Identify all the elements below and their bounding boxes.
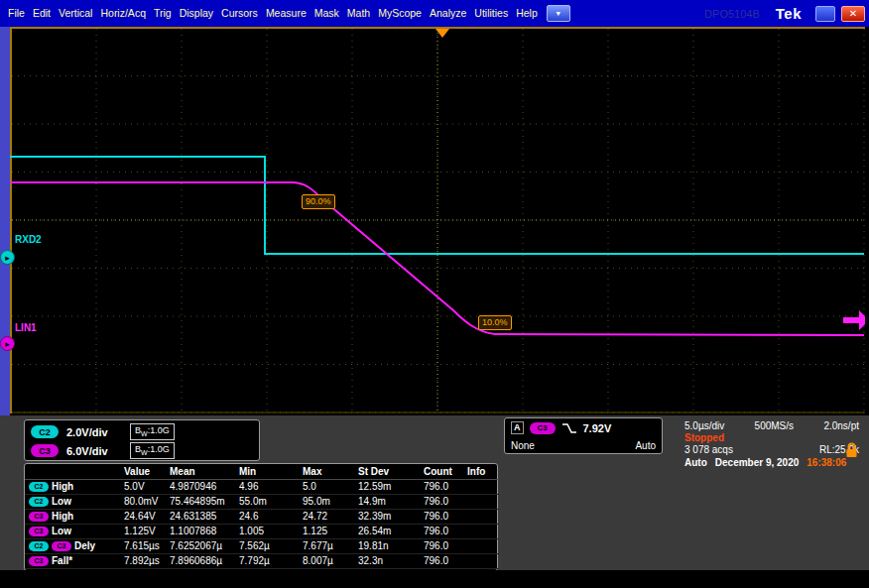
source-badge: C3 xyxy=(52,541,71,551)
menu-item-mask[interactable]: Mask xyxy=(310,0,343,27)
measurement-cell: 24.64V xyxy=(124,510,170,525)
measurement-cell xyxy=(467,554,499,569)
measurement-cell: 7.8960686µ xyxy=(170,554,239,569)
trigger-mode-auto[interactable]: Auto xyxy=(635,440,656,451)
date-label: December 9, 2020 xyxy=(715,456,800,469)
left-border xyxy=(0,27,10,415)
channel-readout-c3[interactable]: C36.0V/divBW:1.0G xyxy=(25,441,259,460)
measurement-cell: 1.125V xyxy=(124,525,170,539)
menu-item-analyze[interactable]: Analyze xyxy=(426,0,470,27)
measurement-row-label[interactable]: C2High xyxy=(25,480,124,495)
table-header-mean: Mean xyxy=(170,464,239,480)
close-button[interactable]: ✕ xyxy=(841,6,865,22)
ref-10-label: 10.0% xyxy=(482,317,508,327)
acq-count-line: 3 078 acqs RL:25.0k xyxy=(684,444,859,456)
table-header-stdev: St Dev xyxy=(358,464,424,480)
trigger-readout[interactable]: A C3 7.92V None Auto xyxy=(504,417,663,454)
acq-status: Stopped xyxy=(684,432,859,444)
measurement-cell: 8.007µ xyxy=(303,554,358,569)
measurement-cell xyxy=(467,525,499,539)
measurement-cell: 796.0 xyxy=(424,554,467,569)
menu-item-cursors[interactable]: Cursors xyxy=(217,0,262,27)
measurement-cell: 12.59m xyxy=(358,480,424,495)
trigger-source-badge[interactable]: C3 xyxy=(530,422,556,434)
menu-item-vertical[interactable]: Vertical xyxy=(55,0,96,27)
measurement-name: Dely xyxy=(74,539,95,553)
minimize-button[interactable] xyxy=(815,6,835,22)
scope-window: FileEditVerticalHoriz/AcqTrigDisplayCurs… xyxy=(0,0,869,588)
measurement-cell: 796.0 xyxy=(424,539,467,554)
waveform-display[interactable]: 90.0% 10.0% RXD2 LIN1 xyxy=(10,27,869,415)
measurement-grid: ValueMeanMinMaxSt DevCountInfoC2High5.0V… xyxy=(25,464,497,569)
trigger-modes: None Auto xyxy=(511,440,656,451)
ref-90-label: 90.0% xyxy=(306,196,331,206)
menu-item-display[interactable]: Display xyxy=(176,0,217,27)
measurement-row-label[interactable]: C2Low xyxy=(25,495,124,510)
table-header-min: Min xyxy=(239,464,303,480)
measurement-cell: 32.3n xyxy=(358,554,424,569)
menu-item-measure[interactable]: Measure xyxy=(262,0,310,27)
measurement-name: Low xyxy=(52,525,71,538)
menu-item-help[interactable]: Help xyxy=(512,0,542,27)
measurement-cell: 95.0m xyxy=(303,495,358,510)
bandwidth-readout: BW:1.0G xyxy=(130,442,175,460)
table-header-value: Value xyxy=(124,464,170,480)
source-badge: C2 xyxy=(29,497,49,507)
ref-10-callout: 10.0% xyxy=(478,315,512,330)
falling-edge-icon xyxy=(561,422,577,434)
menu-item-file[interactable]: File xyxy=(4,0,29,27)
measurement-cell: 1.1007868 xyxy=(170,525,239,539)
close-icon: ✕ xyxy=(849,8,857,19)
measurement-cell: 7.677µ xyxy=(303,539,358,554)
source-badge: C3 xyxy=(29,512,49,522)
measurement-cell: 796.0 xyxy=(424,510,467,525)
table-header-info: Info xyxy=(467,464,499,480)
c3-trace-label: LIN1 xyxy=(15,322,37,333)
c2-ground-marker[interactable] xyxy=(0,250,15,265)
trigger-holdoff-none[interactable]: None xyxy=(511,440,535,451)
menu-item-math[interactable]: Math xyxy=(343,0,374,27)
measurement-cell: 5.0 xyxy=(303,480,358,495)
menu-item-edit[interactable]: Edit xyxy=(29,0,55,27)
vertical-readouts[interactable]: C22.0V/divBW:1.0GC36.0V/divBW:1.0G xyxy=(24,419,260,461)
c2-trace-label: RXD2 xyxy=(15,234,42,245)
measurement-row-label[interactable]: C3High xyxy=(25,510,124,525)
menu-item-myscope[interactable]: MyScope xyxy=(374,0,426,27)
acq-mode: Auto xyxy=(684,456,707,469)
measurement-cell: 7.562µ xyxy=(239,539,303,554)
channel-badge: C2 xyxy=(31,425,59,438)
waveform-svg xyxy=(10,27,865,413)
menu-item-trig[interactable]: Trig xyxy=(150,0,176,27)
measurement-name: High xyxy=(52,510,73,524)
measurement-cell: 75.464895m xyxy=(170,495,239,510)
measurement-cell: 24.6 xyxy=(239,510,303,525)
menu-overflow-button[interactable]: ▼ xyxy=(547,5,570,22)
bandwidth-readout: BW:1.0G xyxy=(130,423,175,441)
measurement-cell: 19.81n xyxy=(358,539,424,554)
channel-scale: 6.0V/div xyxy=(66,445,130,457)
trigger-level-arrow[interactable] xyxy=(843,310,865,330)
menu-item-horizacq[interactable]: Horiz/Acq xyxy=(96,0,150,27)
time-label: 16:38:06 xyxy=(807,456,846,469)
measurement-table: ValueMeanMinMaxSt DevCountInfoC2High5.0V… xyxy=(24,463,498,571)
source-badge: C3 xyxy=(29,556,49,566)
measurement-cell: 5.0V xyxy=(124,480,170,495)
c3-ground-marker[interactable] xyxy=(0,336,15,351)
measurement-cell: 24.72 xyxy=(303,510,358,525)
menu-item-utilities[interactable]: Utilities xyxy=(470,0,512,27)
source-badge: C3 xyxy=(29,527,49,536)
table-header-count: Count xyxy=(424,464,467,480)
measurement-row-label[interactable]: C3Fall* xyxy=(25,554,124,569)
trigger-position-marker[interactable] xyxy=(435,29,449,38)
measurement-row-label[interactable]: C2C3Dely xyxy=(25,539,124,554)
datetime-line: Auto December 9, 2020 16:38:06 xyxy=(684,456,859,469)
lock-icon xyxy=(845,441,858,459)
channel-readout-c2[interactable]: C22.0V/divBW:1.0G xyxy=(25,422,259,441)
measurement-row-label[interactable]: C3Low xyxy=(25,525,124,539)
ref-90-callout: 90.0% xyxy=(302,194,335,209)
measurement-cell: 32.39m xyxy=(358,510,424,525)
measurement-cell: 4.96 xyxy=(239,480,303,495)
measurement-cell xyxy=(467,539,499,554)
measurement-cell: 80.0mV xyxy=(124,495,170,510)
measurement-name: Fall* xyxy=(52,554,72,568)
